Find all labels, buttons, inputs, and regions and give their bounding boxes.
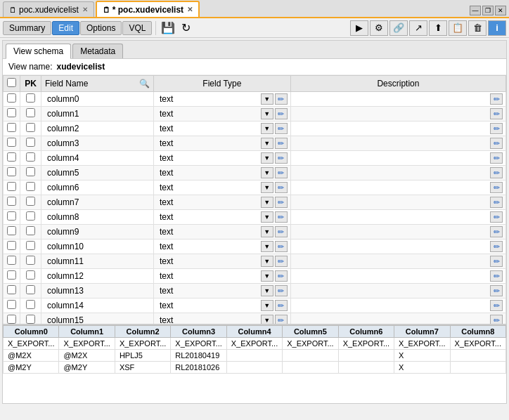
desc-edit-btn[interactable]: ✏ — [490, 138, 503, 149]
minimize-button[interactable]: — — [470, 6, 481, 15]
row-checkbox[interactable] — [7, 108, 16, 117]
type-dropdown-btn[interactable]: ▼ — [261, 256, 273, 267]
row-checkbox[interactable] — [7, 197, 16, 206]
restore-button[interactable]: ❐ — [482, 6, 494, 15]
pk-checkbox[interactable] — [26, 241, 35, 250]
desc-edit-btn[interactable]: ✏ — [490, 285, 503, 296]
type-edit-btn[interactable]: ✏ — [275, 226, 288, 237]
tab-poc-xudevicelist-1[interactable]: 🗒 poc.xudevicelist ✕ — [3, 1, 94, 17]
row-checkbox[interactable] — [7, 211, 16, 221]
type-edit-btn[interactable]: ✏ — [275, 315, 288, 324]
type-edit-btn[interactable]: ✏ — [275, 108, 288, 119]
type-dropdown-btn[interactable]: ▼ — [261, 138, 273, 149]
type-dropdown-btn[interactable]: ▼ — [261, 241, 273, 252]
type-dropdown-btn[interactable]: ▼ — [261, 197, 273, 208]
pk-checkbox[interactable] — [26, 315, 35, 324]
type-dropdown-btn[interactable]: ▼ — [261, 123, 273, 134]
pk-checkbox[interactable] — [26, 226, 35, 235]
info-button[interactable]: i — [488, 20, 506, 36]
type-edit-btn[interactable]: ✏ — [275, 300, 288, 311]
type-edit-btn[interactable]: ✏ — [275, 270, 288, 282]
row-checkbox[interactable] — [7, 138, 16, 147]
field-search-icon[interactable]: 🔍 — [139, 79, 150, 88]
type-dropdown-btn[interactable]: ▼ — [261, 285, 273, 296]
row-checkbox[interactable] — [7, 256, 16, 265]
pk-checkbox[interactable] — [26, 108, 35, 117]
type-dropdown-btn[interactable]: ▼ — [261, 167, 273, 178]
type-edit-btn[interactable]: ✏ — [275, 152, 288, 164]
network-button[interactable]: ⚙ — [370, 20, 388, 36]
desc-edit-btn[interactable]: ✏ — [490, 167, 503, 178]
refresh-button[interactable]: ↻ — [177, 20, 194, 36]
row-checkbox[interactable] — [7, 182, 16, 191]
type-dropdown-btn[interactable]: ▼ — [261, 152, 273, 164]
pk-checkbox[interactable] — [26, 270, 35, 280]
desc-edit-btn[interactable]: ✏ — [490, 211, 503, 223]
type-dropdown-btn[interactable]: ▼ — [261, 300, 273, 311]
type-edit-btn[interactable]: ✏ — [275, 211, 288, 223]
pk-checkbox[interactable] — [26, 167, 35, 176]
type-edit-btn[interactable]: ✏ — [275, 197, 288, 208]
pk-checkbox[interactable] — [26, 256, 35, 265]
type-edit-btn[interactable]: ✏ — [275, 138, 288, 149]
type-edit-btn[interactable]: ✏ — [275, 123, 288, 134]
tab1-close-icon[interactable]: ✕ — [82, 6, 88, 13]
type-dropdown-btn[interactable]: ▼ — [261, 108, 273, 119]
schema-table-container[interactable]: PK Field Name 🔍 Field Type Description — [3, 75, 506, 324]
type-edit-btn[interactable]: ✏ — [275, 256, 288, 267]
row-checkbox[interactable] — [7, 226, 16, 235]
pk-checkbox[interactable] — [26, 197, 35, 206]
row-checkbox[interactable] — [7, 241, 16, 250]
view-schema-tab[interactable]: View schema — [6, 44, 71, 59]
copy-button[interactable]: 📋 — [449, 20, 467, 36]
type-dropdown-btn[interactable]: ▼ — [261, 182, 273, 193]
pk-checkbox[interactable] — [26, 152, 35, 162]
desc-edit-btn[interactable]: ✏ — [490, 152, 503, 164]
desc-edit-btn[interactable]: ✏ — [490, 108, 503, 119]
delete-button[interactable]: 🗑 — [468, 20, 487, 36]
export-button[interactable]: ⬆ — [429, 20, 447, 36]
desc-edit-btn[interactable]: ✏ — [490, 182, 503, 193]
type-dropdown-btn[interactable]: ▼ — [261, 315, 273, 324]
pk-checkbox[interactable] — [26, 300, 35, 309]
type-edit-btn[interactable]: ✏ — [275, 285, 288, 296]
desc-edit-btn[interactable]: ✏ — [490, 256, 503, 267]
share-button[interactable]: ↗ — [409, 20, 427, 36]
vql-tab-button[interactable]: VQL — [122, 21, 152, 35]
summary-tab-button[interactable]: Summary — [3, 21, 51, 35]
row-checkbox[interactable] — [7, 270, 16, 280]
desc-edit-btn[interactable]: ✏ — [490, 315, 503, 324]
link-button[interactable]: 🔗 — [389, 20, 408, 36]
type-dropdown-btn[interactable]: ▼ — [261, 270, 273, 282]
desc-edit-btn[interactable]: ✏ — [490, 93, 503, 105]
pk-checkbox[interactable] — [26, 182, 35, 191]
pk-checkbox[interactable] — [26, 93, 35, 103]
desc-edit-btn[interactable]: ✏ — [490, 241, 503, 252]
type-edit-btn[interactable]: ✏ — [275, 182, 288, 193]
select-all-checkbox[interactable] — [7, 78, 16, 87]
data-preview-container[interactable]: Column0Column1Column2Column3Column4Colum… — [3, 324, 506, 403]
save-button[interactable]: 💾 — [160, 20, 176, 36]
type-dropdown-btn[interactable]: ▼ — [261, 226, 273, 237]
row-checkbox[interactable] — [7, 285, 16, 294]
type-edit-btn[interactable]: ✏ — [275, 241, 288, 252]
close-button[interactable]: ✕ — [495, 6, 506, 15]
desc-edit-btn[interactable]: ✏ — [490, 300, 503, 311]
type-edit-btn[interactable]: ✏ — [275, 93, 288, 105]
type-edit-btn[interactable]: ✏ — [275, 167, 288, 178]
metadata-tab[interactable]: Metadata — [72, 44, 123, 58]
row-checkbox[interactable] — [7, 315, 16, 324]
pk-checkbox[interactable] — [26, 123, 35, 132]
desc-edit-btn[interactable]: ✏ — [490, 197, 503, 208]
row-checkbox[interactable] — [7, 167, 16, 176]
pk-checkbox[interactable] — [26, 211, 35, 221]
row-checkbox[interactable] — [7, 93, 16, 103]
row-checkbox[interactable] — [7, 300, 16, 309]
row-checkbox[interactable] — [7, 123, 16, 132]
run-button[interactable]: ▶ — [350, 20, 368, 36]
edit-tab-button[interactable]: Edit — [52, 21, 79, 35]
pk-checkbox[interactable] — [26, 138, 35, 147]
desc-edit-btn[interactable]: ✏ — [490, 270, 503, 282]
tab2-close-icon[interactable]: ✕ — [187, 6, 193, 13]
desc-edit-btn[interactable]: ✏ — [490, 123, 503, 134]
